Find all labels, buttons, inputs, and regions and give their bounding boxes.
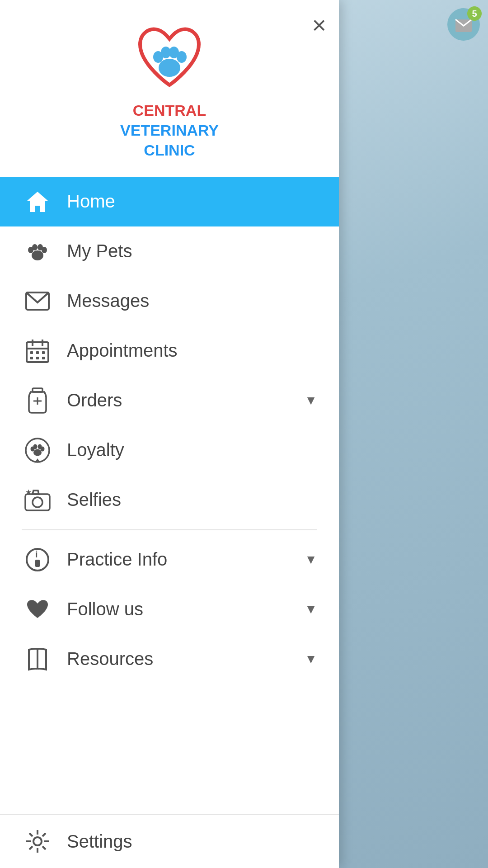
sidebar-item-orders-label: Orders — [67, 390, 299, 410]
svg-point-31 — [41, 446, 45, 451]
nav-list: Home My Pets Me — [0, 177, 339, 814]
svg-rect-22 — [42, 357, 45, 359]
sidebar-item-orders[interactable]: Orders ▼ — [0, 376, 339, 425]
svg-point-11 — [42, 247, 47, 253]
sidebar-item-my-pets[interactable]: My Pets — [0, 226, 339, 276]
book-icon — [22, 647, 53, 671]
clinic-name: CENTRAL VETERINARY CLINIC — [120, 100, 219, 160]
loyalty-icon — [22, 437, 53, 463]
sidebar-item-messages[interactable]: Messages — [0, 276, 339, 326]
svg-point-27 — [33, 449, 42, 456]
logo-area: CENTRAL VETERINARY CLINIC — [0, 0, 339, 177]
resources-chevron-icon: ▼ — [305, 652, 317, 666]
orders-chevron-icon: ▼ — [305, 393, 317, 408]
sidebar-item-resources[interactable]: Resources ▼ — [0, 634, 339, 684]
svg-point-5 — [177, 51, 187, 63]
svg-line-46 — [42, 833, 46, 836]
sidebar-item-practice-info-label: Practice Info — [67, 549, 299, 570]
sidebar-item-my-pets-label: My Pets — [67, 241, 317, 261]
nav-divider — [22, 529, 317, 530]
svg-rect-19 — [42, 351, 45, 354]
svg-line-45 — [42, 846, 46, 849]
calendar-icon — [22, 339, 53, 363]
sidebar-item-selfies[interactable]: ★ Selfies — [0, 475, 339, 525]
sidebar-item-appointments[interactable]: Appointments — [0, 326, 339, 376]
camera-icon: ★ — [22, 489, 53, 511]
svg-point-39 — [33, 837, 42, 845]
notification-badge[interactable]: 5 — [447, 8, 480, 41]
sidebar-item-messages-label: Messages — [67, 291, 317, 311]
gear-icon — [22, 829, 53, 854]
paw-icon — [22, 239, 53, 264]
sidebar-item-home[interactable]: Home — [0, 177, 339, 226]
svg-marker-6 — [27, 192, 48, 212]
logo-image — [133, 22, 206, 94]
svg-text:i: i — [35, 549, 38, 559]
svg-point-9 — [32, 244, 38, 250]
home-icon — [22, 189, 53, 214]
settings-label: Settings — [67, 831, 132, 852]
notification-count: 5 — [467, 6, 482, 21]
svg-rect-20 — [30, 357, 33, 359]
info-icon: i — [22, 547, 53, 572]
sidebar-item-resources-label: Resources — [67, 649, 299, 669]
svg-rect-21 — [36, 357, 39, 359]
svg-line-47 — [29, 846, 33, 849]
sidebar-item-follow-us-label: Follow us — [67, 599, 299, 619]
practice-info-chevron-icon: ▼ — [305, 552, 317, 567]
bottle-icon — [22, 387, 53, 414]
settings-footer[interactable]: Settings — [0, 814, 339, 868]
sidebar-item-appointments-label: Appointments — [67, 340, 317, 361]
svg-text:★: ★ — [25, 489, 32, 496]
svg-line-44 — [29, 833, 33, 836]
svg-point-34 — [33, 497, 42, 507]
close-button[interactable]: × — [312, 13, 326, 37]
sidebar-item-practice-info[interactable]: i Practice Info ▼ — [0, 535, 339, 585]
navigation-drawer: × CENTRAL VETERINARY CLINIC — [0, 0, 339, 868]
envelope-icon — [22, 291, 53, 311]
svg-point-1 — [159, 59, 180, 77]
svg-rect-18 — [36, 351, 39, 354]
sidebar-item-home-label: Home — [67, 191, 317, 212]
heart-icon — [22, 598, 53, 621]
sidebar-item-loyalty-label: Loyalty — [67, 440, 317, 460]
svg-rect-17 — [30, 351, 33, 354]
svg-rect-38 — [35, 560, 40, 567]
sidebar-item-follow-us[interactable]: Follow us ▼ — [0, 585, 339, 634]
svg-point-29 — [33, 444, 38, 449]
follow-us-chevron-icon: ▼ — [305, 602, 317, 617]
sidebar-item-loyalty[interactable]: Loyalty — [0, 425, 339, 475]
sidebar-item-selfies-label: Selfies — [67, 490, 317, 510]
svg-point-7 — [32, 250, 43, 260]
